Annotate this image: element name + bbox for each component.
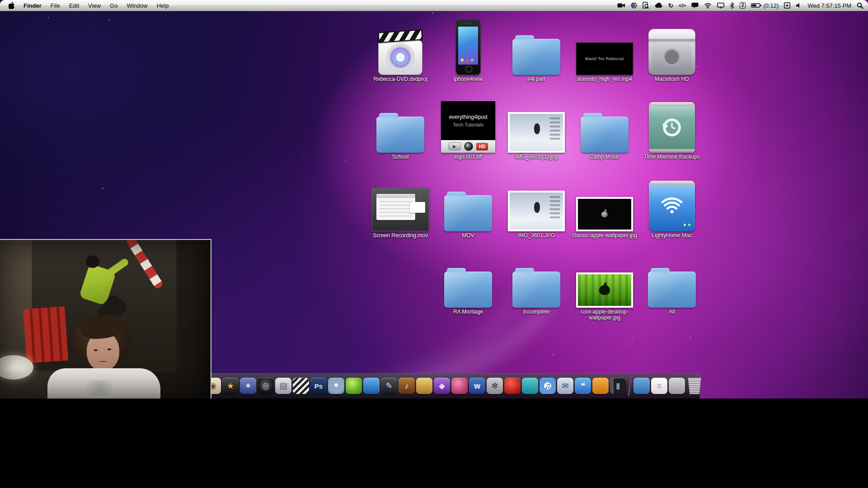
desktop-icon-macintosh-hd[interactable]: Macintosh HD <box>638 14 706 82</box>
dock-system-preferences[interactable]: ✻ <box>487 378 503 394</box>
dock: ◉★✶◎▤Ps◦✎♪◆W✻♫✉❝▮≡ <box>207 373 700 399</box>
desktop-icon-mov[interactable]: MOV <box>434 175 502 239</box>
desktop-icon-all[interactable]: All <box>638 254 706 315</box>
desktop-icon-rebecca-dvd[interactable]: Rebecca-DVD.dvdproj <box>366 14 434 82</box>
cloud-icon[interactable] <box>655 0 663 11</box>
desktop-icon-animoto-mp4[interactable]: Mazel Tov Rebecca! animoto_high_res.mp4 <box>571 14 638 82</box>
color-wheel-icon[interactable] <box>631 0 637 11</box>
iphone-photo-icon <box>455 19 481 75</box>
desktop-icon-time-machine-backups[interactable]: Time Machine Backups <box>638 92 706 160</box>
dock-pen-app[interactable]: ✎ <box>381 378 397 394</box>
video-thumbnail-icon: Mazel Tov Rebecca! <box>576 42 633 75</box>
desktop-icon-classic-apple-wallpaper[interactable]: classic-apple-wallpaper.jpg <box>571 175 638 239</box>
sync-icon[interactable]: ↻ <box>668 0 673 11</box>
dock-imovie[interactable]: ✶ <box>240 378 256 394</box>
dock-garageband[interactable]: ♪ <box>399 378 415 394</box>
internal-drive-icon <box>648 29 695 75</box>
photo-thumbnail-icon <box>508 112 565 153</box>
chat-bubble-icon[interactable] <box>691 0 699 11</box>
dock-separator <box>628 376 632 396</box>
dock-green-sphere-app[interactable] <box>346 378 362 394</box>
dock-inkwell-app[interactable] <box>416 378 432 394</box>
battery-indicator[interactable]: (0:12) <box>751 0 779 11</box>
dock-red-badge-app[interactable] <box>504 378 521 394</box>
icon-label: classic-apple-wallpaper.jpg <box>571 233 638 239</box>
menu-clock[interactable]: Wed 7:57:15 PM <box>807 0 851 11</box>
menu-item-finder[interactable]: Finder <box>19 0 46 11</box>
desktop-icon-img3601-1[interactable]: IMG_3601 (1).jpg <box>502 92 570 160</box>
camera-lens-icon <box>464 142 473 151</box>
menu-bar: Finder File Edit View Go Window Help ↻ <… <box>0 0 868 11</box>
keyboard-layout-badge[interactable]: 2 <box>740 0 746 11</box>
icon-label: iphone4new <box>434 76 502 82</box>
dock-aperture[interactable]: ◎ <box>258 378 274 394</box>
folder-icon <box>444 272 492 308</box>
dock-blue-app[interactable] <box>363 378 380 394</box>
wifi-menu-icon[interactable] <box>704 0 712 11</box>
dock-black-notebook[interactable]: ▮ <box>610 378 626 394</box>
desktop-icon-iphone4new[interactable]: iphone4new <box>434 14 502 82</box>
dock-teal-app[interactable] <box>522 378 538 394</box>
dock-clapperboard[interactable] <box>293 378 309 394</box>
photo-thumbnail-icon <box>508 191 565 231</box>
dock-pink-app[interactable] <box>451 378 468 394</box>
menu-item-go[interactable]: Go <box>105 0 122 11</box>
dock-word[interactable]: W <box>469 378 485 394</box>
desktop-icon-incomplete[interactable]: Incomplete <box>502 254 570 315</box>
icon-label: Macintosh HD <box>638 76 706 82</box>
menu-extra-grid-icon[interactable] <box>784 0 790 11</box>
menu-item-file[interactable]: File <box>46 0 65 11</box>
apple-menu[interactable] <box>5 0 19 11</box>
icon-label: Rebecca-DVD.dvdproj <box>366 76 434 82</box>
dock-orange-app[interactable] <box>592 378 609 394</box>
dock-trash[interactable] <box>686 378 703 394</box>
desktop-icon-e4i-part[interactable]: e4i part <box>502 14 570 82</box>
dock-document[interactable]: ≡ <box>651 378 667 394</box>
menu-item-view[interactable]: View <box>84 0 105 11</box>
desktop-icon-camp-music[interactable]: Camp Music <box>571 92 638 160</box>
dock-mail[interactable]: ✉ <box>557 378 573 394</box>
icon-label: All <box>638 309 706 315</box>
desktop-icon-lightyhome-mac[interactable]: LightyHome Mac <box>638 175 706 239</box>
code-brackets-icon[interactable]: </> <box>679 0 686 11</box>
dock-purple-crystal-app[interactable]: ◆ <box>434 378 450 394</box>
webcam-overlay <box>0 239 211 399</box>
battery-icon <box>751 3 762 8</box>
dock-star-app[interactable]: ★ <box>222 378 239 394</box>
icon-label: e4i part <box>502 76 570 82</box>
preview-search-icon[interactable] <box>643 0 649 11</box>
dock-stack-folder[interactable] <box>633 378 650 394</box>
dock-dvd-player[interactable]: ◦ <box>328 378 344 394</box>
dock-gray-drive[interactable] <box>669 378 685 394</box>
time-machine-drive-icon <box>649 102 695 153</box>
dock-photoshop[interactable]: Ps <box>310 378 327 394</box>
desktop-icon-img3601[interactable]: IMG_3601.JPG <box>502 175 570 239</box>
icon-label: Time Machine Backups <box>638 154 706 160</box>
desktop-icon-cool-apple-wallpaper[interactable]: cool-apple-desktop-wallpaper.jpg <box>571 254 638 321</box>
desktop-icon-ra-montage[interactable]: RA Montage <box>434 254 502 315</box>
folder-icon <box>581 117 629 153</box>
menu-item-edit[interactable]: Edit <box>65 0 84 11</box>
dock-photo-booth[interactable]: ▤ <box>275 378 291 394</box>
desktop-icon-school[interactable]: School <box>366 92 434 160</box>
black-apple-wallpaper-icon <box>576 197 633 231</box>
icon-label: cool-apple-desktop-wallpaper.jpg <box>571 309 638 321</box>
idvd-project-icon <box>378 31 422 75</box>
icon-label: Camp Music <box>571 154 638 160</box>
menu-item-window[interactable]: Window <box>122 0 152 11</box>
volume-icon[interactable] <box>796 0 802 11</box>
desktop-icon-logo-tiff[interactable]: everything4ipod Tech Tutorials ▶ HD logo… <box>434 92 502 160</box>
hd-badge: HD <box>476 143 488 150</box>
screen-recording-thumbnail-icon <box>371 188 429 231</box>
desktop-icon-screen-recording[interactable]: Screen Recording.mov <box>366 175 434 239</box>
dock-itunes[interactable]: ♫ <box>540 378 556 394</box>
dock-ichat[interactable]: ❝ <box>575 378 591 394</box>
time-machine-arrow-icon <box>660 116 684 139</box>
displays-icon[interactable] <box>717 0 724 11</box>
icon-label: Screen Recording.mov <box>366 233 434 239</box>
video-camera-icon[interactable] <box>617 0 625 11</box>
airport-drive-icon <box>649 181 695 231</box>
menu-item-help[interactable]: Help <box>152 0 174 11</box>
spotlight-icon[interactable] <box>857 0 863 11</box>
bluetooth-icon[interactable] <box>730 0 734 11</box>
